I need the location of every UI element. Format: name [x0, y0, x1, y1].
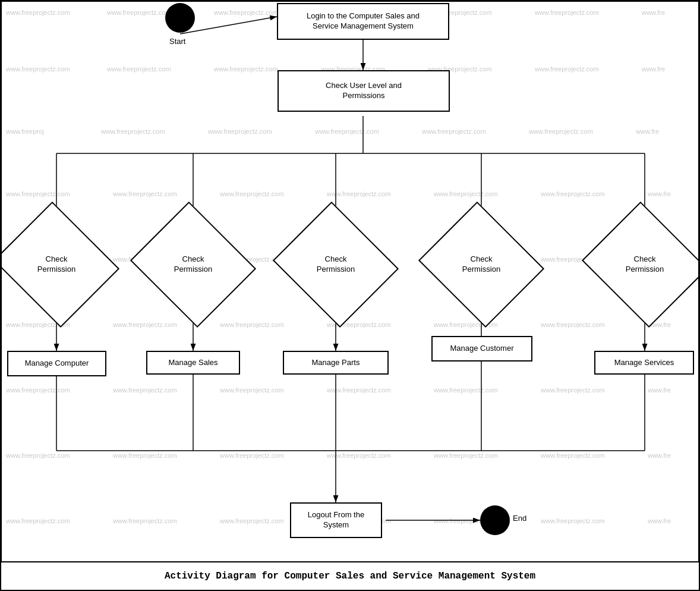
watermark: www.freeprojectz.com: [434, 190, 498, 197]
manage-services-box: Manage Services: [594, 351, 694, 375]
watermark: www.freeprojectz.com: [6, 452, 70, 459]
watermark: www.freeprojectz.com: [541, 517, 605, 524]
watermark: www.fre: [648, 386, 671, 394]
start-label: Start: [169, 37, 185, 46]
watermark: www.freeprojectz.com: [327, 452, 391, 459]
watermark: www.freeprojectz.com: [113, 386, 177, 394]
logout-box: Logout From theSystem: [290, 502, 382, 538]
watermark: www.freeprojectz.com: [220, 321, 284, 328]
watermark: www.freeprojectz.com: [220, 190, 284, 197]
watermark: www.freeprojectz.com: [113, 452, 177, 459]
diamond-4: CheckPermission: [434, 223, 529, 306]
watermark: www.freeprojectz.com: [6, 65, 70, 73]
watermark: www.freeprojectz.com: [327, 190, 391, 197]
watermark: www.fre: [642, 9, 665, 16]
manage-computer-box: Manage Computer: [7, 351, 106, 376]
watermark: www.fre: [648, 452, 671, 459]
diamond-2: CheckPermission: [146, 223, 241, 306]
watermark: www.freeprojectz.com: [113, 190, 177, 197]
watermark: www.freeprojectz.com: [434, 386, 498, 394]
manage-parts-box: Manage Parts: [283, 351, 389, 375]
watermark: www.freeprojectz.com: [327, 386, 391, 394]
watermark: www.freeprojectz.com: [220, 517, 284, 524]
watermark: www.freeprojectz.com: [113, 517, 177, 524]
diamond-5: CheckPermission: [597, 223, 692, 306]
watermark: www.freeprojectz.com: [214, 9, 278, 16]
left-border: [0, 0, 2, 561]
watermark: www.freeproj: [6, 128, 44, 135]
manage-sales-box: Manage Sales: [146, 351, 240, 375]
watermark: www.freeprojectz.com: [6, 190, 70, 197]
watermark: www.freeprojectz.com: [541, 190, 605, 197]
top-border: [0, 0, 700, 2]
watermark: www.freeprojectz.com: [6, 9, 70, 16]
watermark: www.freeprojectz.com: [434, 452, 498, 459]
end-circle: [480, 505, 510, 535]
watermark: www.fre: [648, 517, 671, 524]
watermark: www.freeprojectz.com: [107, 9, 171, 16]
watermark: www.freeprojectz.com: [541, 452, 605, 459]
watermark: www.fre: [648, 190, 671, 197]
watermark: www.freeprojectz.com: [422, 128, 486, 135]
title-text: Activity Diagram for Computer Sales and …: [165, 571, 535, 581]
watermark: www.freeprojectz.com: [220, 386, 284, 394]
watermark: www.freeprojectz.com: [113, 321, 177, 328]
watermark: www.freeprojectz.com: [107, 65, 171, 73]
start-circle: [165, 3, 195, 33]
watermark: www.freeprojectz.com: [101, 128, 165, 135]
end-label: End: [513, 514, 526, 523]
watermark: www.freeprojectz.com: [315, 128, 379, 135]
watermark: www.fre: [642, 65, 665, 73]
diagram-container: www.freeprojectz.com www.freeprojectz.co…: [0, 0, 700, 591]
watermark: www.freeprojectz.com: [214, 65, 278, 73]
title-bar: Activity Diagram for Computer Sales and …: [0, 561, 700, 591]
watermark: www.freeprojectz.com: [208, 128, 272, 135]
login-box: Login to the Computer Sales andService M…: [277, 3, 449, 40]
diamond-3: CheckPermission: [288, 223, 383, 306]
watermark: www.freeprojectz.com: [535, 9, 599, 16]
watermark: www.freeprojectz.com: [220, 452, 284, 459]
watermark: www.fre: [636, 128, 659, 135]
watermark: www.freeprojectz.com: [541, 321, 605, 328]
diamond-1: CheckPermission: [9, 223, 104, 306]
watermark: www.freeprojectz.com: [529, 128, 593, 135]
check-permissions-box: Check User Level andPermissions: [278, 70, 450, 112]
watermark: www.freeprojectz.com: [541, 386, 605, 394]
manage-customer-box: Manage Customer: [431, 336, 532, 361]
watermark: www.freeprojectz.com: [6, 386, 70, 394]
watermark: www.freeprojectz.com: [6, 517, 70, 524]
watermark: www.freeprojectz.com: [535, 65, 599, 73]
